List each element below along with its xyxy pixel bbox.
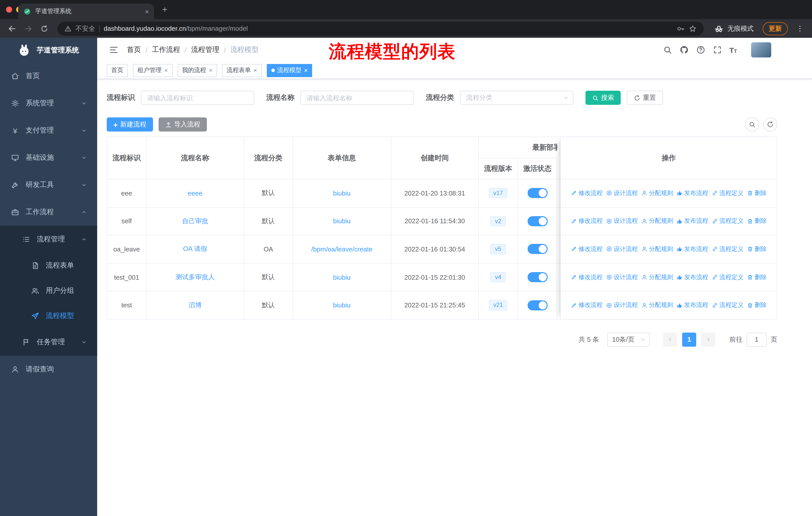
assign-rule-link[interactable]: 分配规则 — [641, 189, 673, 197]
process-definition-link[interactable]: 流程定义 — [712, 245, 744, 253]
search-button[interactable]: 搜索 — [585, 91, 621, 105]
breadcrumb-workflow[interactable]: 工作流程 — [152, 45, 180, 54]
breadcrumb-home[interactable]: 首页 — [127, 45, 141, 54]
reset-button[interactable]: 重置 — [627, 91, 663, 105]
sidebar-item-task-management[interactable]: 任务管理 — [0, 329, 97, 356]
tab-close-icon[interactable]: × — [145, 8, 149, 15]
design-process-link[interactable]: 设计流程 — [606, 301, 638, 309]
modify-process-link[interactable]: 修改流程 — [571, 301, 603, 309]
back-button[interactable] — [5, 21, 19, 35]
address-bar[interactable]: 不安全 dashboard.yudao.iocoder.cn/bpm/manag… — [57, 21, 704, 35]
security-label[interactable]: 不安全 — [76, 24, 95, 33]
password-key-icon[interactable] — [676, 24, 685, 32]
assign-rule-link[interactable]: 分配规则 — [641, 301, 673, 309]
tag-process-form[interactable]: 流程表单× — [222, 64, 262, 77]
goto-page-input[interactable] — [747, 332, 767, 347]
header-search-icon[interactable] — [663, 45, 672, 54]
process-definition-link[interactable]: 流程定义 — [712, 301, 744, 309]
delete-process-link[interactable]: 删除 — [747, 245, 767, 253]
help-icon[interactable] — [696, 45, 705, 54]
publish-process-link[interactable]: 发布流程 — [676, 189, 708, 197]
delete-process-link[interactable]: 删除 — [747, 301, 767, 309]
browser-tab[interactable]: 芋道管理系统 × — [18, 3, 154, 19]
design-process-link[interactable]: 设计流程 — [606, 245, 638, 253]
assign-rule-link[interactable]: 分配规则 — [641, 217, 673, 225]
process-name-link[interactable]: OA 请假 — [183, 245, 207, 254]
sidebar-item-leave-query[interactable]: 请假查询 — [0, 356, 97, 383]
active-status-toggle[interactable] — [527, 300, 547, 310]
form-info-link[interactable]: biubiu — [333, 189, 350, 197]
process-name-input[interactable] — [300, 91, 414, 105]
sidebar-item-system[interactable]: 系统管理 — [0, 90, 97, 117]
active-status-toggle[interactable] — [527, 272, 547, 282]
user-avatar[interactable] — [751, 42, 771, 57]
assign-rule-link[interactable]: 分配规则 — [641, 245, 673, 253]
publish-process-link[interactable]: 发布流程 — [676, 273, 708, 281]
browser-menu-button[interactable] — [793, 21, 807, 35]
close-icon[interactable]: × — [253, 67, 257, 74]
assign-rule-link[interactable]: 分配规则 — [641, 273, 673, 281]
breadcrumb-process-management[interactable]: 流程管理 — [191, 45, 220, 54]
tag-process-model[interactable]: 流程模型× — [267, 64, 312, 77]
show-search-toggle-button[interactable] — [745, 117, 759, 132]
active-status-toggle[interactable] — [527, 216, 547, 226]
process-name-link[interactable]: 滔博 — [188, 301, 202, 310]
form-info-link[interactable]: biubiu — [333, 301, 350, 309]
design-process-link[interactable]: 设计流程 — [606, 189, 638, 197]
design-process-link[interactable]: 设计流程 — [606, 217, 638, 225]
active-status-toggle[interactable] — [527, 188, 547, 198]
close-icon[interactable]: × — [164, 67, 168, 74]
chrome-update-button[interactable]: 更新 — [763, 22, 788, 35]
process-definition-link[interactable]: 流程定义 — [712, 189, 744, 197]
publish-process-link[interactable]: 发布流程 — [676, 217, 708, 225]
delete-process-link[interactable]: 删除 — [747, 217, 767, 225]
design-process-link[interactable]: 设计流程 — [606, 273, 638, 281]
process-definition-link[interactable]: 流程定义 — [712, 273, 744, 281]
active-status-toggle[interactable] — [527, 244, 547, 254]
refresh-table-button[interactable] — [763, 117, 777, 132]
sidebar-item-devtools[interactable]: 研发工具 — [0, 171, 97, 198]
modify-process-link[interactable]: 修改流程 — [571, 217, 603, 225]
fullscreen-icon[interactable] — [713, 45, 722, 54]
page-size-select[interactable]: 10条/页 — [607, 332, 650, 347]
form-info-link[interactable]: /bpm/oa/leave/create — [311, 245, 373, 253]
publish-process-link[interactable]: 发布流程 — [676, 245, 708, 253]
current-page-button[interactable]: 1 — [682, 332, 696, 347]
process-name-link[interactable]: eeee — [188, 189, 202, 197]
sidebar-item-process-model[interactable]: 流程模型 — [0, 303, 97, 329]
next-page-button[interactable] — [701, 332, 715, 347]
bookmark-star-icon[interactable] — [689, 24, 697, 32]
process-category-select[interactable]: 流程分类 — [460, 91, 573, 105]
form-info-link[interactable]: biubiu — [333, 273, 350, 281]
previous-page-button[interactable] — [663, 332, 677, 347]
process-id-input[interactable] — [141, 91, 254, 105]
delete-process-link[interactable]: 删除 — [747, 273, 767, 281]
sidebar-item-process-management[interactable]: 流程管理 — [0, 226, 97, 253]
tag-my-process[interactable]: 我的流程× — [177, 64, 217, 77]
close-icon[interactable]: × — [209, 67, 212, 74]
delete-process-link[interactable]: 删除 — [747, 189, 767, 197]
sidebar-collapse-icon[interactable] — [109, 45, 118, 54]
modify-process-link[interactable]: 修改流程 — [571, 189, 603, 197]
reload-button[interactable] — [37, 21, 51, 35]
process-name-link[interactable]: 测试多审批人 — [175, 273, 215, 282]
forward-button[interactable] — [21, 21, 35, 35]
tag-home[interactable]: 首页 — [107, 64, 128, 77]
process-name-link[interactable]: 自己审批 — [182, 217, 208, 226]
new-tab-button[interactable]: + — [162, 5, 167, 14]
modify-process-link[interactable]: 修改流程 — [571, 273, 603, 281]
sidebar-item-home[interactable]: 首页 — [0, 62, 97, 90]
import-process-button[interactable]: 导入流程 — [158, 117, 207, 132]
sidebar-item-workflow[interactable]: 工作流程 — [0, 198, 97, 226]
tag-tenant[interactable]: 租户管理× — [133, 64, 172, 77]
process-definition-link[interactable]: 流程定义 — [712, 217, 744, 225]
github-icon[interactable] — [679, 45, 689, 54]
font-size-icon[interactable]: TT — [729, 46, 737, 54]
form-info-link[interactable]: biubiu — [333, 217, 350, 225]
sidebar-item-user-group[interactable]: 用户分组 — [0, 278, 97, 303]
sidebar-item-pay[interactable]: ¥ 支付管理 — [0, 117, 97, 144]
sidebar-item-process-form[interactable]: 流程表单 — [0, 253, 97, 278]
close-icon[interactable]: × — [304, 67, 308, 74]
close-window-button[interactable] — [6, 6, 12, 12]
sidebar-item-infra[interactable]: 基础设施 — [0, 144, 97, 171]
